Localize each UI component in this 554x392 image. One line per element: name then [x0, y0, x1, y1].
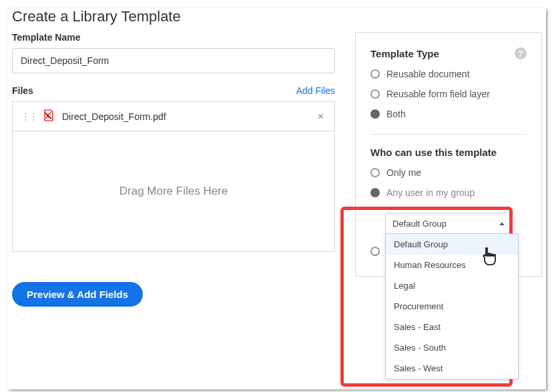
drag-handle-icon[interactable]: ⋮⋮: [21, 111, 37, 122]
files-box: ⋮⋮ Direct_Deposit_Form.pdf × Drag More F…: [12, 101, 335, 252]
remove-file-icon[interactable]: ×: [315, 111, 326, 123]
radio-reusable-document[interactable]: Reusable document: [370, 69, 527, 79]
radio-only-me[interactable]: Only me: [370, 167, 527, 178]
dropdown-item[interactable]: Procurement: [386, 296, 518, 317]
right-panel: Template Type ? Reusable document Reusab…: [355, 32, 542, 277]
group-dropdown-list: Default Group Human Resources Legal Proc…: [385, 233, 519, 379]
dropdown-item[interactable]: Sales - South: [386, 337, 518, 358]
who-can-use-label: Who can use this template: [370, 147, 527, 158]
dropdown-item[interactable]: Sales - West: [386, 358, 518, 379]
help-icon[interactable]: ?: [515, 47, 527, 59]
radio-icon: [370, 89, 380, 99]
template-type-group: Reusable document Reusable form field la…: [370, 69, 527, 119]
file-dropzone[interactable]: Drag More Files Here: [13, 131, 334, 251]
radio-label: Any user in my group: [386, 187, 475, 198]
radio-both[interactable]: Both: [370, 109, 527, 119]
who-can-use-group: Only me Any user in my group Default Gro…: [370, 167, 527, 256]
group-select[interactable]: Default Group Default Group Human Resour…: [385, 213, 512, 235]
dropdown-item[interactable]: Human Resources: [386, 255, 518, 275]
radio-label: Only me: [386, 167, 421, 178]
file-row: ⋮⋮ Direct_Deposit_Form.pdf ×: [13, 102, 334, 131]
dropdown-item[interactable]: Default Group: [386, 234, 518, 255]
divider: [370, 134, 527, 135]
radio-any-group[interactable]: Any user in my group: [370, 187, 527, 198]
preview-add-fields-button[interactable]: Preview & Add Fields: [12, 282, 143, 307]
radio-icon-selected: [370, 109, 380, 119]
radio-label: Reusable form field layer: [386, 89, 490, 99]
radio-icon: [370, 168, 380, 177]
dropdown-item[interactable]: Legal: [386, 275, 518, 296]
radio-label: Reusable document: [386, 69, 470, 79]
caret-up-icon: [499, 222, 505, 225]
radio-icon-selected: [370, 188, 380, 197]
group-select-value: Default Group: [392, 219, 447, 229]
page-title: Create a Library Template: [12, 8, 542, 25]
radio-reusable-form[interactable]: Reusable form field layer: [370, 89, 527, 99]
template-name-input[interactable]: [12, 48, 335, 73]
files-label: Files: [12, 85, 33, 96]
radio-icon: [370, 69, 380, 79]
template-name-label: Template Name: [12, 32, 335, 43]
radio-label: Both: [386, 109, 406, 119]
add-files-link[interactable]: Add Files: [296, 85, 335, 96]
radio-icon: [370, 247, 380, 256]
pdf-icon: [42, 109, 55, 124]
file-name: Direct_Deposit_Form.pdf: [62, 111, 315, 122]
dropdown-item[interactable]: Sales - East: [386, 317, 518, 337]
template-type-label: Template Type: [370, 48, 439, 59]
